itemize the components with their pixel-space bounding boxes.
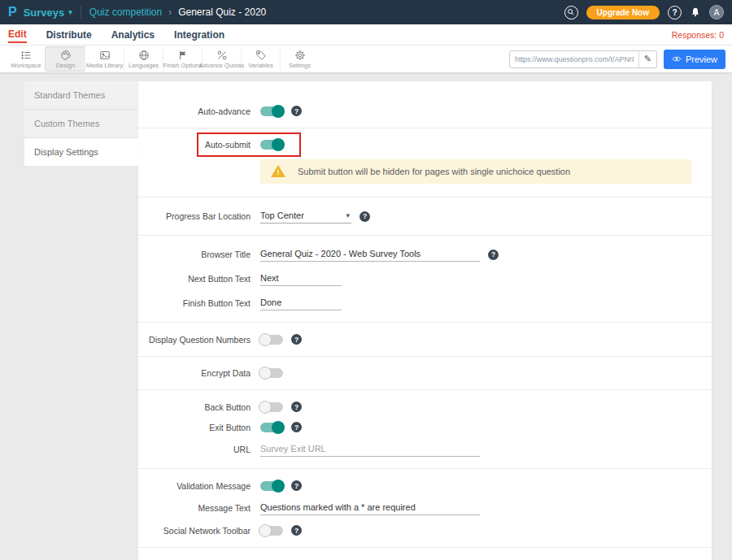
section-encrypt: Encrypt Data <box>138 357 712 390</box>
message-text-input[interactable] <box>260 501 480 515</box>
workspace-list-icon <box>20 50 32 61</box>
help-icon[interactable]: ? <box>291 422 302 432</box>
toolbar-design[interactable]: Design <box>46 47 85 71</box>
toggle-knob <box>259 401 272 414</box>
toggle-knob <box>272 105 285 118</box>
survey-url-box: ✎ <box>509 50 657 68</box>
user-avatar[interactable]: A <box>709 5 724 20</box>
message-text-label: Message Text <box>138 503 260 513</box>
preview-button[interactable]: Preview <box>664 50 725 69</box>
toggle-knob <box>272 421 285 434</box>
select-value: Top Center <box>260 211 304 220</box>
help-icon[interactable]: ? <box>291 525 302 536</box>
preview-label: Preview <box>686 54 717 64</box>
encrypt-data-label: Encrypt Data <box>138 368 260 378</box>
next-button-text-row: Next Button Text <box>138 267 712 291</box>
nav-tab-analytics[interactable]: Analytics <box>111 27 155 42</box>
finish-flag-icon <box>177 50 189 61</box>
toolbar-label: Advance Quotas <box>199 62 244 69</box>
help-icon[interactable]: ? <box>291 334 302 345</box>
toolbar-media-library[interactable]: Media Library <box>85 47 124 71</box>
surveys-menu-label: Surveys <box>24 7 65 19</box>
display-question-numbers-row: Display Question Numbers ? <box>138 329 712 349</box>
nav-tab-edit[interactable]: Edit <box>8 26 27 43</box>
section-validation: Validation Message ? Message Text Social… <box>138 469 712 548</box>
auto-submit-warning-banner: ! Submit button will be hidden for pages… <box>260 159 691 184</box>
media-image-icon <box>99 50 111 61</box>
browser-title-label: Browser Title <box>138 250 260 259</box>
next-button-text-input[interactable] <box>260 271 342 286</box>
toolbar-languages[interactable]: Languages <box>124 47 163 71</box>
help-icon[interactable]: ? <box>291 106 302 116</box>
save-row: Save <box>138 554 712 560</box>
help-circle-icon[interactable]: ? <box>668 6 682 20</box>
progress-bar-row: Progress Bar Location Top Center ▾ ? <box>138 204 712 228</box>
chevron-down-icon: ▾ <box>68 8 72 16</box>
exit-url-input[interactable] <box>260 442 480 457</box>
progress-bar-label: Progress Bar Location <box>138 211 260 221</box>
next-button-text-label: Next Button Text <box>138 274 260 284</box>
upgrade-now-button[interactable]: Upgrade Now <box>586 6 660 20</box>
toolbar-settings[interactable]: Settings <box>280 47 319 71</box>
search-icon[interactable] <box>564 6 578 20</box>
display-settings-panel: Auto-advance ? Auto-submit ! Submit butt… <box>138 81 712 560</box>
social-toolbar-label: Social Network Toolbar <box>138 526 260 536</box>
breadcrumb-separator-icon: › <box>168 7 172 18</box>
section-progress-bar: Progress Bar Location Top Center ▾ ? <box>138 198 712 236</box>
validation-message-toggle[interactable] <box>260 481 283 491</box>
notifications-bell-icon[interactable] <box>690 7 701 18</box>
breadcrumb-current: General Quiz - 2020 <box>178 7 266 18</box>
survey-url-input[interactable] <box>510 55 638 63</box>
help-icon[interactable]: ? <box>291 402 302 412</box>
auto-submit-row: Auto-submit <box>138 135 712 154</box>
toolbar-finish-options[interactable]: Finish Options <box>163 47 202 71</box>
nav-tab-integration[interactable]: Integration <box>174 27 224 42</box>
encrypt-data-row: Encrypt Data <box>138 363 712 383</box>
section-navigation-buttons: Back Button ? Exit Button ? URL <box>138 390 712 469</box>
topbar-divider <box>81 6 81 19</box>
message-text-row: Message Text <box>138 496 712 520</box>
back-button-toggle[interactable] <box>260 402 283 412</box>
nav-tab-distribute[interactable]: Distribute <box>46 27 92 42</box>
section-auto-submit: Auto-submit ! Submit button will be hidd… <box>138 128 712 198</box>
sidebar-item-display-settings[interactable]: Display Settings <box>24 138 138 166</box>
sidebar-item-standard-themes[interactable]: Standard Themes <box>24 81 138 110</box>
toggle-knob <box>259 367 272 380</box>
sidebar-item-custom-themes[interactable]: Custom Themes <box>24 110 138 138</box>
surveys-menu[interactable]: Surveys ▾ <box>24 7 72 19</box>
toolbar-label: Design <box>56 62 75 69</box>
edit-toolbar: Workspace Design Media Library Languages… <box>0 46 732 73</box>
social-toolbar-row: Social Network Toolbar ? <box>138 520 712 540</box>
toolbar-label: Media Library <box>86 62 123 69</box>
breadcrumb-parent[interactable]: Quiz competition <box>89 7 162 18</box>
social-toolbar-toggle[interactable] <box>260 526 283 536</box>
encrypt-data-toggle[interactable] <box>260 368 283 378</box>
toolbar-advance-quotas[interactable]: Advance Quotas <box>202 47 241 71</box>
finish-button-text-input[interactable] <box>260 296 342 310</box>
help-icon[interactable]: ? <box>488 250 499 260</box>
exit-button-toggle[interactable] <box>260 423 283 432</box>
progress-bar-location-select[interactable]: Top Center ▾ <box>260 209 351 224</box>
section-auto-advance: Auto-advance ? <box>138 94 712 128</box>
back-button-row: Back Button ? <box>138 397 712 417</box>
settings-gear-icon <box>294 50 306 61</box>
exit-button-row: Exit Button ? <box>138 417 712 437</box>
edit-url-pencil-icon[interactable]: ✎ <box>638 50 656 68</box>
help-icon[interactable]: ? <box>359 211 370 222</box>
design-palette-icon <box>60 50 72 61</box>
variables-tag-icon <box>255 50 267 61</box>
toolbar-variables[interactable]: Variables <box>241 47 280 71</box>
display-question-numbers-toggle[interactable] <box>260 335 283 345</box>
topbar: P Surveys ▾ Quiz competition › General Q… <box>0 0 732 24</box>
toolbar-right: ✎ Preview <box>509 50 725 69</box>
toolbar-workspace[interactable]: Workspace <box>7 47 46 71</box>
toggle-knob <box>259 333 272 346</box>
toolbar-label: Workspace <box>11 62 41 69</box>
auto-advance-toggle[interactable] <box>260 106 283 116</box>
auto-submit-toggle[interactable] <box>260 140 283 150</box>
themes-sidebar: Standard Themes Custom Themes Display Se… <box>24 81 138 166</box>
exit-button-label: Exit Button <box>138 423 260 432</box>
help-icon[interactable]: ? <box>291 480 302 491</box>
browser-title-input[interactable] <box>260 247 480 262</box>
exit-url-row: URL <box>138 437 712 462</box>
